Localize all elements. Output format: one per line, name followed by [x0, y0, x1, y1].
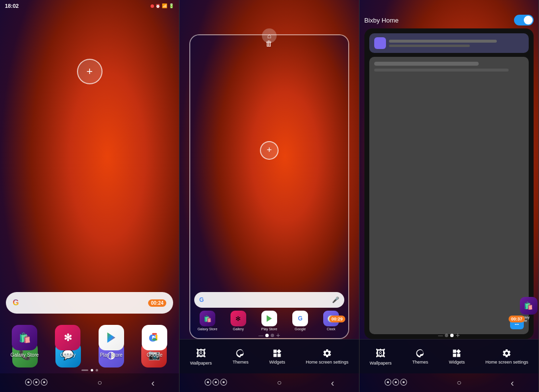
alarm-icon: ⏰	[155, 4, 160, 8]
app-galaxy-store[interactable]: 🛍️ Galaxy Store	[5, 325, 44, 358]
nav-bar-3: ⦿⦿⦿ ○ ‹	[359, 373, 539, 392]
google-icon: G	[142, 325, 167, 350]
toolbar-home-settings-3[interactable]: Home screen settings	[486, 348, 528, 365]
svg-rect-2	[152, 333, 156, 335]
timer-badge-2: 00:29	[329, 316, 345, 322]
app-google[interactable]: G Google	[135, 325, 174, 358]
nav-menu-3[interactable]: ⦿⦿⦿	[384, 378, 408, 387]
timer-badge-3: 00:37	[509, 316, 525, 322]
edge-galaxy-icon: 🛍️	[520, 297, 538, 315]
bixby-preview-area: •••	[364, 28, 534, 339]
status-icons-1: ⏰ 📶 🔋	[151, 3, 174, 8]
bixby-btn-label: •••	[515, 322, 519, 326]
card-clock-label: Clock	[327, 327, 335, 331]
wallpapers-label-3: Wallpapers	[370, 361, 392, 366]
gallery-icon: ✻	[55, 325, 80, 350]
wallpapers-icon-3: 🖼	[376, 348, 385, 359]
card-play-label: Play Store	[261, 327, 277, 331]
page-dot-active	[265, 334, 269, 337]
panel-1-homescreen: 18:02 ⏰ 📶 🔋 + G 00:24 🛍️ Galaxy Store ✻	[0, 0, 180, 392]
nav-menu-1[interactable]: ⦿⦿⦿	[25, 378, 48, 387]
nav-bar-1: ⦿⦿⦿ ○ ‹	[0, 373, 179, 392]
page-dot-dash: —	[258, 333, 263, 338]
themes-label-2: Themes	[232, 360, 249, 365]
card-app-galaxy[interactable]: 🛍️ Galaxy Store	[192, 311, 222, 331]
page-dots-1	[81, 369, 98, 371]
bixby-cards: •••	[364, 28, 534, 339]
status-bar-1: 18:02 ⏰ 📶 🔋	[0, 0, 179, 12]
home-settings-label-3: Home screen settings	[486, 360, 528, 365]
gallery-label: Gallery	[60, 352, 76, 358]
bixby-card-1	[369, 33, 529, 53]
page-dot-3-active	[450, 334, 454, 337]
home-settings-label-2: Home screen settings	[306, 360, 349, 365]
bixby-card-1-icon	[374, 37, 386, 49]
nav-back-2[interactable]: ‹	[331, 377, 334, 389]
toolbar-themes-3[interactable]: Themes	[412, 348, 429, 365]
galaxy-store-icon: 🛍️	[12, 325, 37, 350]
svg-rect-5	[151, 335, 153, 341]
nav-menu-2[interactable]: ⦿⦿⦿	[204, 378, 228, 387]
toolbar-home-settings-2[interactable]: Home screen settings	[306, 348, 349, 365]
svg-rect-4	[152, 339, 156, 341]
svg-marker-6	[267, 315, 272, 322]
bixby-card-1-content	[389, 40, 524, 47]
themes-icon-2	[235, 348, 245, 358]
search-bar-card: G 🎤	[194, 292, 344, 308]
bixby-card-2-bar2	[374, 69, 509, 72]
status-time-1: 18:02	[5, 3, 19, 9]
panel-3-bixby: Bixby Home ••• 00:37	[359, 0, 539, 392]
widgets-label-3: Widgets	[449, 360, 465, 365]
page-dot-dash-3: —	[438, 333, 443, 338]
toolbar-widgets-3[interactable]: Widgets	[449, 348, 465, 365]
card-galaxy-label: Galaxy Store	[198, 327, 217, 331]
app-grid-card: 🛍️ Galaxy Store ✻ Gallery Play Store G G…	[190, 311, 348, 331]
app-gallery[interactable]: ✻ Gallery	[48, 325, 87, 358]
add-widget-button[interactable]: +	[77, 59, 103, 84]
page-plus-btn[interactable]: +	[276, 331, 280, 339]
nav-back-3[interactable]: ‹	[511, 377, 514, 389]
phone-card-selected[interactable]: 🗑 + G 🎤 🛍️ Galaxy Store ✻ Gallery	[189, 34, 349, 339]
toolbar-wallpapers-3[interactable]: 🖼 Wallpapers	[370, 348, 392, 366]
home-settings-icon-3	[502, 348, 512, 358]
card-app-gallery[interactable]: ✻ Gallery	[223, 311, 253, 331]
panel-2-edit-mode: ⌂ 🗑 + G 🎤 🛍️ Galaxy Store ✻ Gallery	[180, 0, 359, 392]
card-play-icon	[261, 311, 277, 326]
themes-label-3: Themes	[412, 360, 429, 365]
nav-back-1[interactable]: ‹	[151, 377, 154, 389]
home-icon-top: ⌂	[262, 28, 277, 43]
app-play-store[interactable]: Play Store	[92, 325, 131, 358]
add-widget-circle: +	[77, 59, 103, 84]
toolbar-wallpapers-2[interactable]: 🖼 Wallpapers	[190, 348, 212, 366]
bixby-card-2: •••	[369, 57, 529, 334]
wallpapers-icon-2: 🖼	[196, 348, 206, 359]
battery-icon: 🔋	[169, 3, 174, 8]
mic-icon: 🎤	[332, 296, 339, 303]
card-app-google[interactable]: G Google	[285, 311, 315, 331]
google-label: Google	[147, 352, 162, 358]
themes-icon-3	[415, 348, 425, 358]
card-google-label: Google	[295, 327, 306, 331]
notification-dot	[151, 4, 154, 8]
bixby-toggle[interactable]	[514, 15, 534, 25]
search-bar-1[interactable]: G 00:24	[6, 292, 173, 314]
home-settings-icon-2	[322, 348, 332, 358]
nav-home-2[interactable]: ○	[277, 378, 282, 387]
nav-home-1[interactable]: ○	[97, 378, 102, 387]
nav-bar-2: ⦿⦿⦿ ○ ‹	[180, 373, 359, 392]
page-plus-btn-3[interactable]: +	[456, 331, 460, 339]
toolbar-widgets-2[interactable]: Widgets	[269, 348, 285, 365]
card-app-play[interactable]: Play Store	[254, 311, 284, 331]
toolbar-themes-2[interactable]: Themes	[232, 348, 249, 365]
card-gallery-icon: ✻	[231, 311, 246, 326]
add-widget-card[interactable]: +	[260, 141, 279, 160]
bixby-home-label: Bixby Home	[364, 17, 399, 24]
page-dots-3: — +	[438, 331, 460, 339]
plus-icon: +	[86, 65, 93, 78]
play-store-icon	[99, 325, 124, 350]
nav-home-3[interactable]: ○	[457, 378, 462, 387]
page-dot-3-inactive1	[445, 334, 448, 337]
dot-active	[91, 369, 93, 371]
page-dots-2: — +	[258, 331, 280, 339]
app-grid-1: 🛍️ Galaxy Store ✻ Gallery Play Store G	[0, 325, 179, 363]
